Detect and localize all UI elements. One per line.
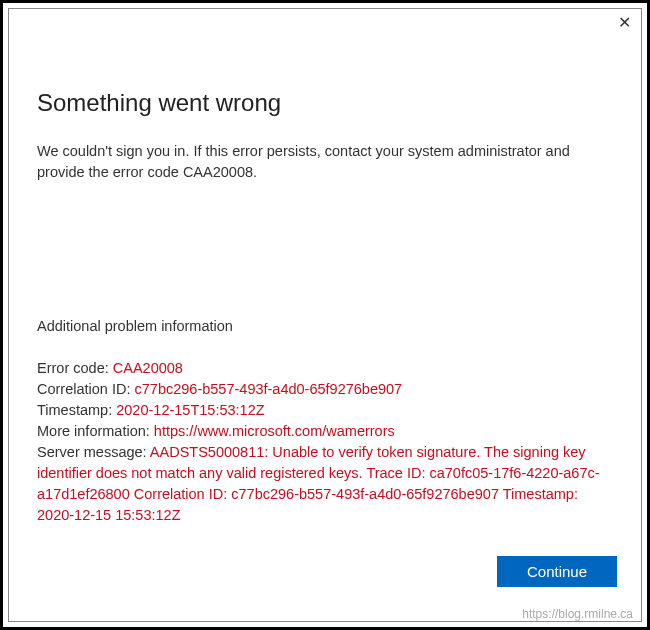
correlation-id-label: Correlation ID: xyxy=(37,381,135,397)
dialog-message: We couldn't sign you in. If this error p… xyxy=(37,141,613,183)
more-info-row: More information: https://www.microsoft.… xyxy=(37,421,613,442)
error-code-value: CAA20008 xyxy=(113,360,183,376)
watermark-text: https://blog.rmilne.ca xyxy=(522,607,633,621)
server-message-label: Server message: xyxy=(37,444,150,460)
close-icon[interactable]: ✕ xyxy=(618,15,631,31)
timestamp-row: Timestamp: 2020-12-15T15:53:12Z xyxy=(37,400,613,421)
error-code-row: Error code: CAA20008 xyxy=(37,358,613,379)
more-info-label: More information: xyxy=(37,423,154,439)
dialog-frame: ✕ Something went wrong We couldn't sign … xyxy=(0,0,650,630)
timestamp-value: 2020-12-15T15:53:12Z xyxy=(116,402,264,418)
section-label: Additional problem information xyxy=(37,318,613,334)
dialog-panel: ✕ Something went wrong We couldn't sign … xyxy=(8,8,642,622)
error-code-label: Error code: xyxy=(37,360,113,376)
dialog-content: Something went wrong We couldn't sign yo… xyxy=(9,9,641,526)
timestamp-label: Timestamp: xyxy=(37,402,116,418)
dialog-title: Something went wrong xyxy=(37,89,613,117)
server-message-row: Server message: AADSTS5000811: Unable to… xyxy=(37,442,613,526)
problem-details: Error code: CAA20008 Correlation ID: c77… xyxy=(37,358,613,526)
continue-button[interactable]: Continue xyxy=(497,556,617,587)
more-info-value: https://www.microsoft.com/wamerrors xyxy=(154,423,395,439)
correlation-id-row: Correlation ID: c77bc296-b557-493f-a4d0-… xyxy=(37,379,613,400)
correlation-id-value: c77bc296-b557-493f-a4d0-65f9276be907 xyxy=(135,381,403,397)
